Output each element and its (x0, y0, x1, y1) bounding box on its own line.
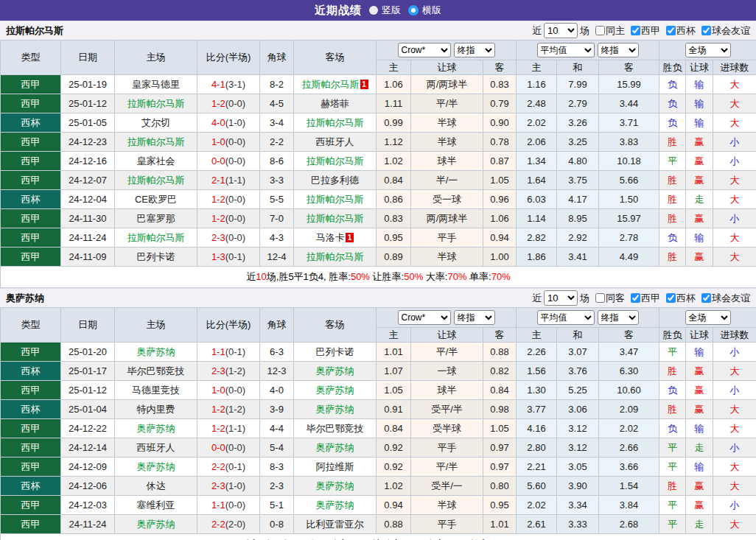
average-select[interactable]: 平均值 (537, 43, 595, 57)
same-venue-checkbox[interactable]: 同客 (592, 292, 625, 305)
away-team[interactable]: 奥萨苏纳 (316, 365, 354, 376)
score-cell: 1-2(0-0) (197, 209, 260, 228)
friendly-checkbox[interactable]: 球会友谊 (698, 292, 750, 305)
horizontal-layout-option[interactable]: 横版 (408, 4, 441, 17)
score-cell: 1-2(0-0) (197, 190, 260, 209)
vertical-layout-option[interactable]: 竖版 (369, 4, 401, 17)
away-team[interactable]: 拉斯帕尔马斯 (307, 117, 364, 128)
team-sections-container: 拉斯帕尔马斯近10场同主西甲西杯球会友谊类型日期主场比分(半场)角球客场Crow… (0, 21, 756, 540)
checkbox-label: 同客 (606, 292, 625, 305)
avg-draw-odds-cell: 3.75 (557, 171, 599, 190)
col-away: 客场 (294, 308, 377, 343)
away-team[interactable]: 拉斯帕尔马斯 (307, 155, 364, 166)
summary-segment: 70% (491, 271, 511, 282)
away-team[interactable]: 奥萨苏纳 (316, 442, 354, 453)
half-score: (0-0) (225, 155, 245, 166)
match-row: 西甲24-12-14西班牙人0-0(0-0)5-4奥萨苏纳0.92平手0.972… (1, 438, 756, 457)
laliga-checkbox[interactable]: 西甲 (627, 24, 660, 38)
corner-cell: 2-2 (260, 133, 294, 152)
match-count-select[interactable]: 10 (544, 23, 578, 38)
score-cell: 1-2(0-0) (197, 94, 260, 113)
handicap-result-cell: 输 (686, 343, 713, 362)
crow-away-odds-cell: 0.95 (483, 496, 517, 515)
home-team[interactable]: 奥萨苏纳 (137, 423, 175, 434)
same-venue-checkbox[interactable]: 同主 (592, 24, 625, 38)
away-team[interactable]: 拉斯帕尔马斯 (302, 79, 360, 90)
col-result: 胜负 (659, 60, 686, 75)
avg-away-odds-cell: 1.54 (599, 477, 659, 496)
average-select[interactable]: 平均值 (537, 310, 595, 325)
checkbox-label: 球会友谊 (712, 292, 750, 305)
home-team[interactable]: 拉斯帕尔马斯 (127, 98, 185, 109)
match-row: 西杯25-01-17毕尔巴鄂竞技2-3(1-2)12-3奥萨苏纳1.07一球0.… (1, 362, 756, 381)
home-team: 皇家社会 (137, 155, 175, 166)
score-cell: 1-1(0-0) (197, 496, 260, 515)
type-cell: 西甲 (1, 248, 61, 267)
col-avg-home: 主 (517, 60, 557, 75)
vertical-layout-radio[interactable] (369, 6, 378, 15)
avg-away-odds-cell: 3.66 (599, 457, 659, 477)
home-team[interactable]: 奥萨苏纳 (137, 346, 175, 357)
bookmaker-select[interactable]: Crow* (398, 310, 451, 325)
away-team[interactable]: 拉斯帕尔马斯 (307, 251, 364, 262)
home-team[interactable]: 奥萨苏纳 (137, 519, 175, 530)
friendly-checkbox[interactable]: 球会友谊 (698, 24, 750, 38)
handicap-result-cell: 赢 (686, 477, 713, 496)
away-team[interactable]: 拉斯帕尔马斯 (307, 213, 364, 224)
date-cell: 25-01-17 (61, 362, 115, 381)
col-away: 客场 (294, 41, 377, 75)
half-score: (3-1) (225, 79, 245, 90)
bookmaker-final-select[interactable]: 终指 (454, 310, 495, 325)
match-count-select[interactable]: 10 (544, 290, 578, 306)
copa-checkbox-input[interactable] (666, 26, 676, 35)
home-team[interactable]: 拉斯帕尔马斯 (127, 136, 185, 147)
home-cell: 奥萨苏纳 (115, 419, 197, 438)
copa-checkbox[interactable]: 西杯 (662, 24, 696, 38)
away-team[interactable]: 拉斯帕尔马斯 (307, 194, 364, 205)
average-final-select[interactable]: 终指 (598, 310, 639, 325)
scope-select[interactable]: 全场 (685, 43, 731, 57)
col-corner: 角球 (260, 41, 294, 75)
col-avg-away: 客 (599, 328, 659, 343)
type-cell: 西甲 (1, 515, 61, 534)
home-team[interactable]: 拉斯帕尔马斯 (127, 232, 185, 243)
handicap-cell: 球半 (411, 152, 483, 171)
home-team[interactable]: 拉斯帕尔马斯 (127, 175, 185, 186)
crow-home-odds-cell: 0.88 (377, 515, 411, 534)
same-venue-checkbox-input[interactable] (595, 293, 605, 303)
vertical-layout-label: 竖版 (382, 4, 401, 17)
horizontal-layout-radio[interactable] (408, 5, 419, 15)
avg-home-odds-cell: 1.56 (517, 362, 557, 381)
bookmaker-select[interactable]: Crow* (398, 43, 451, 57)
away-team[interactable]: 奥萨苏纳 (316, 499, 354, 511)
friendly-checkbox-input[interactable] (701, 26, 711, 35)
avg-away-odds-cell: 3.47 (599, 343, 659, 362)
copa-checkbox[interactable]: 西杯 (662, 292, 696, 305)
friendly-checkbox-input[interactable] (701, 293, 711, 303)
home-team: 艾尔切 (141, 117, 170, 128)
handicap-cell: 平/半 (411, 457, 483, 477)
crow-away-odds-cell: 0.87 (483, 152, 517, 171)
goals-result-cell: 小 (713, 438, 756, 457)
match-row: 西甲24-12-23拉斯帕尔马斯1-0(0-0)2-2西班牙人1.12半球0.7… (1, 133, 756, 152)
away-team[interactable]: 奥萨苏纳 (316, 385, 354, 396)
result-cell: 负 (659, 228, 686, 248)
laliga-checkbox-input[interactable] (631, 26, 640, 35)
away-team[interactable]: 奥萨苏纳 (316, 480, 354, 491)
same-venue-checkbox-input[interactable] (595, 26, 605, 35)
scope-select[interactable]: 全场 (685, 310, 731, 325)
average-final-select[interactable]: 终指 (598, 43, 639, 57)
col-type: 类型 (1, 41, 61, 75)
laliga-checkbox-input[interactable] (631, 293, 640, 303)
summary-segment: 50% (404, 271, 423, 282)
full-score: 1-1 (211, 499, 225, 511)
crow-home-odds-cell: 1.12 (377, 133, 411, 152)
away-team[interactable]: 奥萨苏纳 (316, 404, 354, 415)
laliga-checkbox[interactable]: 西甲 (627, 292, 660, 305)
home-team: 巴塞罗那 (137, 213, 175, 224)
avg-home-odds-cell: 1.30 (517, 381, 557, 400)
copa-checkbox-input[interactable] (666, 293, 676, 303)
bookmaker-final-select[interactable]: 终指 (454, 43, 495, 57)
score-cell: 2-3(1-2) (197, 362, 260, 381)
home-team[interactable]: 奥萨苏纳 (137, 461, 175, 472)
